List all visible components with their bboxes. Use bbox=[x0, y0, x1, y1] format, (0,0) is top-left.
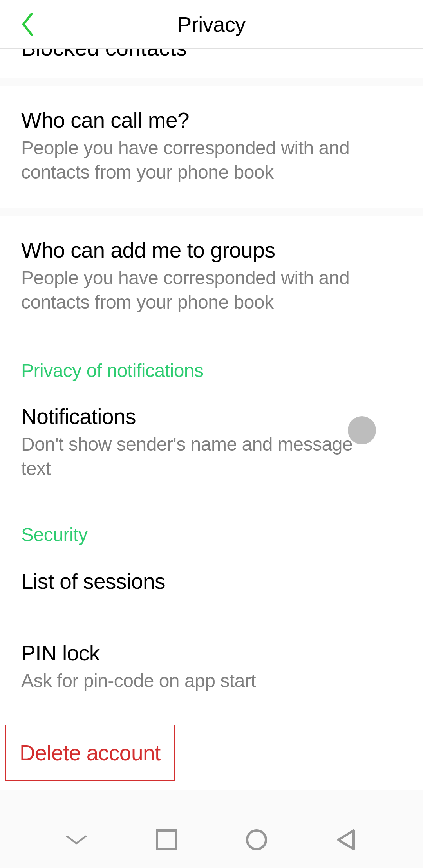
list-item-sessions[interactable]: List of sessions bbox=[0, 557, 423, 621]
svg-point-1 bbox=[247, 830, 266, 849]
nav-recents[interactable] bbox=[155, 828, 178, 852]
nav-keyboard-hide[interactable] bbox=[65, 828, 88, 852]
list-item-pin[interactable]: PIN lock Ask for pin-code on app start bbox=[0, 621, 423, 715]
section-header-security: Security bbox=[0, 502, 423, 557]
item-title: Who can call me? bbox=[21, 108, 402, 133]
list-item-notifications[interactable]: Notifications Don't show sender's name a… bbox=[0, 393, 423, 503]
nav-home[interactable] bbox=[245, 828, 268, 852]
square-icon bbox=[155, 828, 178, 852]
list-item-groups[interactable]: Who can add me to groups People you have… bbox=[0, 216, 423, 338]
item-subtitle: People you have corresponded with and co… bbox=[21, 136, 402, 185]
page-title: Privacy bbox=[0, 12, 423, 36]
svg-marker-2 bbox=[338, 830, 354, 849]
chevron-left-icon bbox=[18, 13, 38, 36]
spacer bbox=[0, 78, 423, 86]
delete-label: Delete account bbox=[20, 740, 161, 765]
system-nav-bar bbox=[0, 812, 423, 868]
item-title: Notifications bbox=[21, 404, 372, 429]
item-title: Blocked contacts bbox=[21, 49, 187, 61]
item-subtitle: People you have corresponded with and co… bbox=[21, 266, 402, 315]
nav-back[interactable] bbox=[335, 828, 358, 852]
list-item-call[interactable]: Who can call me? People you have corresp… bbox=[0, 86, 423, 208]
item-title: Who can add me to groups bbox=[21, 238, 402, 263]
toggle-thumb bbox=[348, 416, 376, 444]
item-title: List of sessions bbox=[21, 569, 402, 594]
spacer bbox=[0, 208, 423, 216]
toggle-track bbox=[352, 422, 387, 438]
section-header-notifications: Privacy of notifications bbox=[0, 338, 423, 393]
triangle-left-icon bbox=[335, 828, 358, 852]
delete-container: Delete account bbox=[0, 715, 423, 790]
header: Privacy bbox=[0, 0, 423, 49]
item-title: PIN lock bbox=[21, 641, 402, 666]
delete-account-button[interactable]: Delete account bbox=[5, 725, 175, 781]
svg-rect-0 bbox=[157, 830, 176, 849]
circle-icon bbox=[245, 828, 268, 852]
back-button[interactable] bbox=[16, 13, 40, 36]
chevron-down-icon bbox=[65, 833, 88, 847]
item-subtitle: Ask for pin-code on app start bbox=[21, 669, 402, 693]
list-item-blocked[interactable]: Blocked contacts bbox=[0, 49, 423, 78]
item-subtitle: Don't show sender's name and message tex… bbox=[21, 432, 372, 481]
notifications-toggle[interactable] bbox=[352, 422, 387, 438]
